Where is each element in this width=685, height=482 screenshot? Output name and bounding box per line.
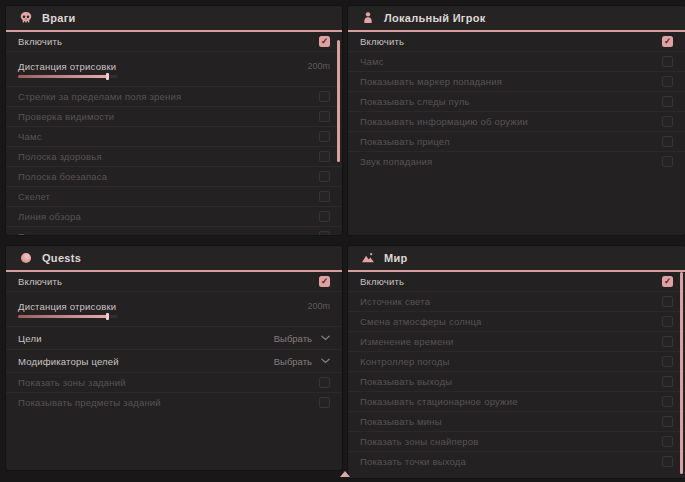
- checkbox[interactable]: [319, 111, 330, 122]
- slider-label-row: Дистанция отрисовки200m: [18, 61, 330, 72]
- mountain-icon: [361, 251, 375, 265]
- row-toggle: Линия обзора: [6, 206, 342, 226]
- setting-label: Показать зоны заданий: [18, 377, 126, 388]
- setting-label: Показывать следы пуль: [18, 231, 128, 235]
- panel-local-player-header: Локальный Игрок: [348, 6, 685, 32]
- checkbox[interactable]: [662, 136, 673, 147]
- slider-value: 200m: [307, 61, 330, 71]
- checkbox[interactable]: [319, 91, 330, 102]
- dropdown-value: Выбрать: [274, 333, 312, 344]
- row-toggle: Показывать мины: [348, 411, 685, 431]
- panel-enemies: Враги Включить✓Дистанция отрисовки200mСт…: [6, 6, 342, 235]
- checkbox[interactable]: [662, 316, 673, 327]
- row-toggle: Включить✓: [348, 272, 685, 291]
- chevron-down-icon: [321, 358, 330, 364]
- row-select: ЦелиВыбрать: [6, 326, 342, 349]
- checkbox[interactable]: [662, 116, 673, 127]
- checkbox[interactable]: ✓: [319, 276, 330, 287]
- setting-label: Стрелки за пределами поля зрения: [18, 91, 181, 102]
- slider[interactable]: [18, 75, 118, 78]
- row-toggle: Чамс: [6, 126, 342, 146]
- row-slider: Дистанция отрисовки200m: [6, 291, 342, 326]
- row-toggle: Стрелки за пределами поля зрения: [6, 86, 342, 106]
- checkbox[interactable]: [319, 171, 330, 182]
- quest-orb-icon: [19, 251, 33, 265]
- setting-label: Полоска боезапаса: [18, 171, 107, 182]
- row-toggle: Источник света: [348, 291, 685, 311]
- checkbox[interactable]: [662, 456, 673, 467]
- row-select: Модификаторы целейВыбрать: [6, 349, 342, 372]
- setting-label: Показать зоны снайперов: [360, 436, 479, 447]
- slider[interactable]: [18, 315, 118, 318]
- checkbox[interactable]: [662, 156, 673, 167]
- checkbox[interactable]: ✓: [319, 36, 330, 47]
- setting-label: Чамс: [18, 131, 42, 142]
- slider-knob[interactable]: [106, 313, 109, 320]
- row-toggle: Полоска здоровья: [6, 146, 342, 166]
- setting-label: Дистанция отрисовки: [18, 301, 116, 312]
- panel-quests: Quests Включить✓Дистанция отрисовки200mЦ…: [6, 246, 342, 470]
- checkbox[interactable]: [319, 397, 330, 408]
- checkbox[interactable]: [662, 76, 673, 87]
- setting-label: Контроллер погоды: [360, 356, 450, 367]
- row-toggle: Смена атмосферы солнца: [348, 311, 685, 331]
- row-toggle: Изменение времени: [348, 331, 685, 351]
- checkbox[interactable]: [662, 356, 673, 367]
- row-toggle: Показывать следы пуль: [348, 91, 685, 111]
- slider-knob[interactable]: [106, 73, 109, 80]
- checkbox[interactable]: [319, 191, 330, 202]
- setting-label: Модификаторы целей: [18, 356, 119, 367]
- row-toggle: Показывать следы пуль: [6, 226, 342, 235]
- checkbox[interactable]: [662, 96, 673, 107]
- setting-label: Скелет: [18, 191, 50, 202]
- checkbox[interactable]: [662, 416, 673, 427]
- checkbox[interactable]: [319, 151, 330, 162]
- row-toggle: Показывать прицел: [348, 131, 685, 151]
- cursor-triangle-icon: [340, 471, 350, 477]
- panel-enemies-header: Враги: [6, 6, 342, 32]
- checkbox[interactable]: ✓: [662, 276, 673, 287]
- setting-label: Показывать следы пуль: [360, 96, 470, 107]
- row-slider: Дистанция отрисовки200m: [6, 51, 342, 86]
- checkbox[interactable]: [319, 377, 330, 388]
- checkbox[interactable]: [319, 211, 330, 222]
- dropdown[interactable]: Выбрать: [274, 356, 330, 367]
- setting-label: Включить: [18, 36, 62, 47]
- setting-label: Проверка видимости: [18, 111, 114, 122]
- slider-fill: [18, 75, 108, 78]
- setting-label: Показывать выходы: [360, 376, 452, 387]
- row-toggle: Звук попадания: [348, 151, 685, 171]
- setting-label: Показывать стационарное оружие: [360, 396, 518, 407]
- row-toggle: Скелет: [6, 186, 342, 206]
- checkbox[interactable]: [662, 336, 673, 347]
- checkbox[interactable]: ✓: [662, 36, 673, 47]
- setting-label: Линия обзора: [18, 211, 81, 222]
- dropdown[interactable]: Выбрать: [274, 333, 330, 344]
- checkbox[interactable]: [319, 131, 330, 142]
- setting-label: Изменение времени: [360, 336, 453, 347]
- panel-world: Мир Включить✓Источник светаСмена атмосфе…: [348, 246, 685, 478]
- panel-local-player: Локальный Игрок Включить✓ЧамсПоказывать …: [348, 6, 685, 235]
- checkbox[interactable]: [662, 296, 673, 307]
- slider-label-row: Дистанция отрисовки200m: [18, 301, 330, 312]
- setting-label: Показывать предметы заданий: [18, 397, 161, 408]
- setting-label: Показывать информацию об оружии: [360, 116, 528, 127]
- row-toggle: Чамс: [348, 51, 685, 71]
- setting-label: Включить: [360, 276, 404, 287]
- checkbox[interactable]: [662, 436, 673, 447]
- checkbox[interactable]: [319, 231, 330, 235]
- scrollbar-thumb[interactable]: [337, 40, 340, 162]
- panel-world-rows: Включить✓Источник светаСмена атмосферы с…: [348, 272, 685, 471]
- row-toggle: Показать точки выхода: [348, 451, 685, 471]
- panel-quests-rows: Включить✓Дистанция отрисовки200mЦелиВыбр…: [6, 272, 342, 412]
- scrollbar-thumb[interactable]: [680, 272, 683, 474]
- checkbox[interactable]: [662, 56, 673, 67]
- slider-value: 200m: [307, 301, 330, 311]
- setting-label: Показывать прицел: [360, 136, 450, 147]
- row-toggle: Полоска боезапаса: [6, 166, 342, 186]
- checkbox[interactable]: [662, 396, 673, 407]
- panel-enemies-rows: Включить✓Дистанция отрисовки200mСтрелки …: [6, 32, 342, 235]
- row-toggle: Контроллер погоды: [348, 351, 685, 371]
- panel-quests-header: Quests: [6, 246, 342, 272]
- checkbox[interactable]: [662, 376, 673, 387]
